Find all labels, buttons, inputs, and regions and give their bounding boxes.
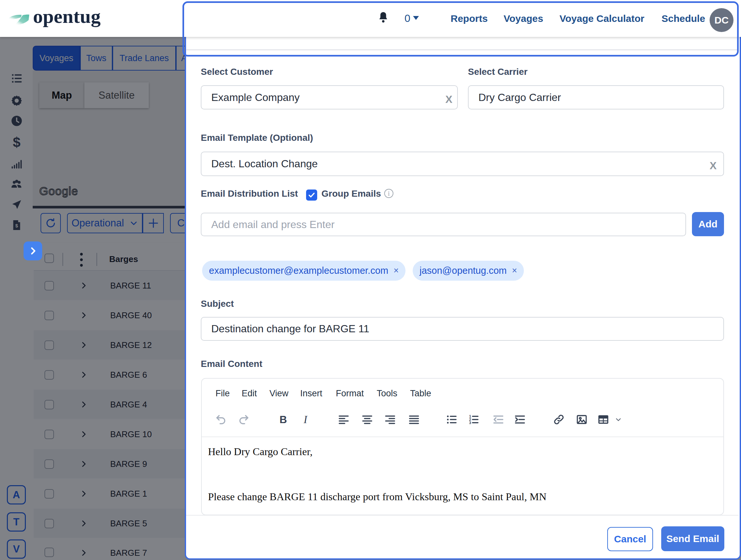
svg-text:3: 3 xyxy=(469,421,471,425)
svg-text:I: I xyxy=(304,414,308,425)
svg-text:B: B xyxy=(280,414,287,425)
